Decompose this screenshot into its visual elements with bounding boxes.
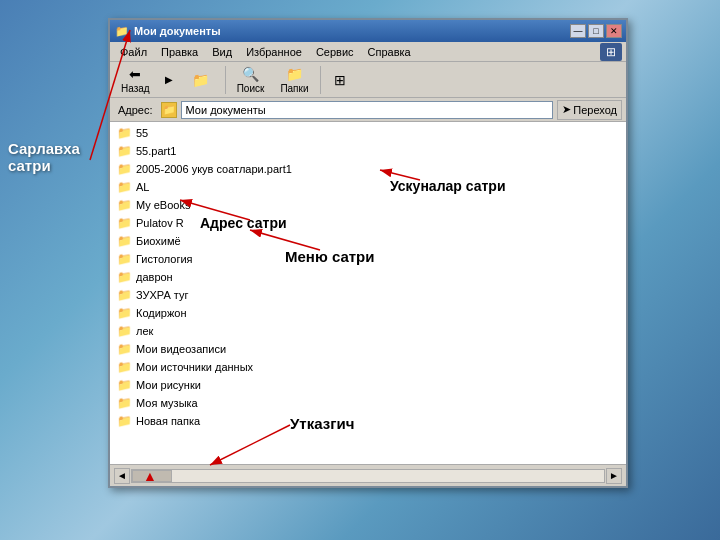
list-item[interactable]: 📁Мои видеозаписи — [110, 340, 626, 358]
menu-satri-annotation: Меню сатри — [285, 248, 374, 265]
back-arrow-icon: ⬅ — [129, 66, 141, 82]
folder-icon: 📁 — [116, 288, 132, 302]
file-name: Мои рисунки — [136, 379, 201, 391]
folders-button[interactable]: 📁 Папки — [273, 64, 315, 96]
folders-icon: 📁 — [286, 66, 303, 82]
up-button[interactable]: 📁 — [181, 64, 221, 96]
scrollbar-thumb[interactable]: ▲ — [132, 470, 172, 482]
window-title: Мои документы — [134, 25, 570, 37]
toolbar-separator-1 — [225, 66, 226, 94]
list-item[interactable]: 📁My eBooks — [110, 196, 626, 214]
folder-icon: 📁 — [116, 414, 132, 428]
list-item[interactable]: 📁55.part1 — [110, 142, 626, 160]
back-label: Назад — [121, 83, 150, 94]
up-folder-icon: 📁 — [192, 72, 209, 88]
file-name: 55 — [136, 127, 148, 139]
folder-icon: 📁 — [116, 216, 132, 230]
file-name: 55.part1 — [136, 145, 176, 157]
file-name: Новая папка — [136, 415, 200, 427]
sarlavha-satri-label: Сарлавха сатри — [8, 140, 80, 174]
file-name: Моя музыка — [136, 397, 198, 409]
menu-help[interactable]: Справка — [362, 44, 417, 60]
list-item[interactable]: 📁55 — [110, 124, 626, 142]
forward-button[interactable]: ▶ — [159, 64, 179, 96]
folder-icon: 📁 — [116, 306, 132, 320]
folder-icon: 📁 — [116, 252, 132, 266]
folder-icon: 📁 — [116, 270, 132, 284]
address-folder-icon: 📁 — [161, 102, 177, 118]
folder-icon: 📁 — [116, 180, 132, 194]
menu-favorites[interactable]: Избранное — [240, 44, 308, 60]
go-label: Переход — [573, 104, 617, 116]
scroll-right-button[interactable]: ► — [606, 468, 622, 484]
address-bar: Адрес: 📁 ➤ Переход — [110, 98, 626, 122]
file-name: Гистология — [136, 253, 193, 265]
title-bar: 📁 Мои документы — □ ✕ — [110, 20, 626, 42]
list-item[interactable]: 📁Мои источники данных — [110, 358, 626, 376]
folder-icon: 📁 — [116, 396, 132, 410]
close-button[interactable]: ✕ — [606, 24, 622, 38]
file-name: лек — [136, 325, 153, 337]
adres-satri-annotation: Адрес сатри — [200, 215, 287, 231]
windows-flag-icon: ⊞ — [600, 43, 622, 61]
address-label: Адрес: — [114, 104, 157, 116]
views-icon: ⊞ — [334, 72, 346, 88]
file-name: Pulatov R — [136, 217, 184, 229]
list-item[interactable]: 📁AL — [110, 178, 626, 196]
list-item[interactable]: 📁Моя музыка — [110, 394, 626, 412]
search-label: Поиск — [237, 83, 265, 94]
scroll-left-button[interactable]: ◄ — [114, 468, 130, 484]
menu-tools[interactable]: Сервис — [310, 44, 360, 60]
forward-arrow-icon: ▶ — [165, 74, 173, 85]
window-icon: 📁 — [114, 23, 130, 39]
search-button[interactable]: 🔍 Поиск — [230, 64, 272, 96]
minimize-button[interactable]: — — [570, 24, 586, 38]
status-bar: ◄ ▲ ► — [110, 464, 626, 486]
utkazgich-annotation: Утказгич — [290, 415, 354, 432]
list-item[interactable]: 📁Мои рисунки — [110, 376, 626, 394]
list-item[interactable]: 📁лек — [110, 322, 626, 340]
folder-icon: 📁 — [116, 144, 132, 158]
back-button[interactable]: ⬅ Назад — [114, 64, 157, 96]
file-name: ЗУХРА туг — [136, 289, 189, 301]
folder-icon: 📁 — [116, 360, 132, 374]
folder-icon: 📁 — [116, 162, 132, 176]
menu-edit[interactable]: Правка — [155, 44, 204, 60]
go-arrow-icon: ➤ — [562, 103, 571, 116]
toolbar: ⬅ Назад ▶ 📁 🔍 Поиск 📁 Папки ⊞ — [110, 62, 626, 98]
folder-icon: 📁 — [116, 234, 132, 248]
list-item[interactable]: 📁2005-2006 укув соатлари.part1 — [110, 160, 626, 178]
list-item[interactable]: 📁Кодиржон — [110, 304, 626, 322]
toolbar-separator-2 — [320, 66, 321, 94]
menu-bar: Файл Правка Вид Избранное Сервис Справка… — [110, 42, 626, 62]
folder-icon: 📁 — [116, 324, 132, 338]
file-name: 2005-2006 укув соатлари.part1 — [136, 163, 292, 175]
folder-icon: 📁 — [116, 126, 132, 140]
folder-icon: 📁 — [116, 342, 132, 356]
folder-icon: 📁 — [116, 378, 132, 392]
menu-file[interactable]: Файл — [114, 44, 153, 60]
scrollbar-arrow: ▲ — [143, 471, 157, 481]
file-name: Мои видеозаписи — [136, 343, 226, 355]
folder-icon: 📁 — [116, 198, 132, 212]
list-item[interactable]: 📁Pulatov R — [110, 214, 626, 232]
horizontal-scrollbar[interactable]: ▲ — [131, 469, 605, 483]
maximize-button[interactable]: □ — [588, 24, 604, 38]
search-icon: 🔍 — [242, 66, 259, 82]
list-item[interactable]: 📁даврон — [110, 268, 626, 286]
file-name: даврон — [136, 271, 173, 283]
file-name: Биохимё — [136, 235, 181, 247]
list-item[interactable]: 📁ЗУХРА туг — [110, 286, 626, 304]
file-name: Мои источники данных — [136, 361, 253, 373]
uskunalar-satri-annotation: Ускуналар сатри — [390, 178, 506, 194]
file-name: My eBooks — [136, 199, 190, 211]
views-button[interactable]: ⊞ — [325, 64, 355, 96]
file-list: 📁55📁55.part1📁2005-2006 укув соатлари.par… — [110, 122, 626, 464]
go-button[interactable]: ➤ Переход — [557, 100, 622, 120]
file-name: Кодиржон — [136, 307, 187, 319]
window-controls: — □ ✕ — [570, 24, 622, 38]
address-input[interactable] — [181, 101, 554, 119]
menu-view[interactable]: Вид — [206, 44, 238, 60]
file-name: AL — [136, 181, 149, 193]
list-item[interactable]: 📁Новая папка — [110, 412, 626, 430]
